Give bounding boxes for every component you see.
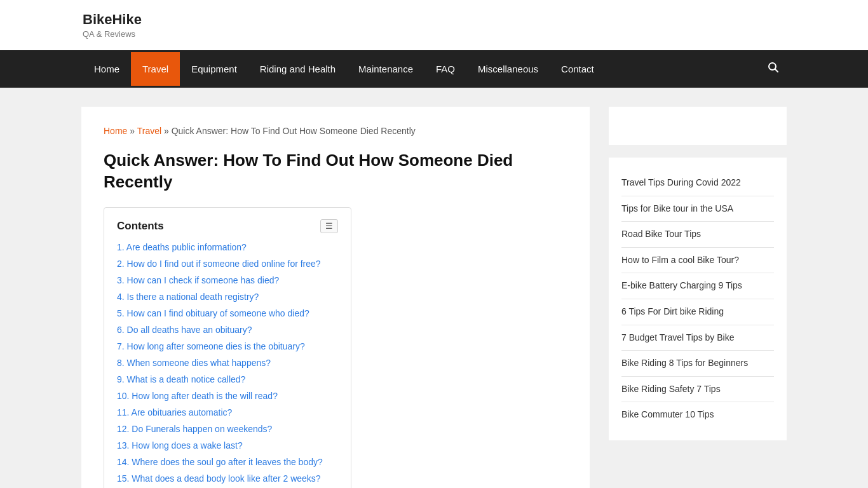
site-title[interactable]: BikeHike: [83, 11, 142, 27]
search-icon[interactable]: [761, 50, 785, 88]
page-title: Quick Answer: How To Find Out How Someon…: [104, 150, 567, 193]
svg-line-1: [775, 69, 778, 72]
sidebar-list-item: E-bike Battery Charging 9 Tips: [621, 273, 774, 299]
toc-link[interactable]: 1. Are deaths public information?: [117, 242, 247, 252]
nav-item-home[interactable]: Home: [83, 52, 131, 86]
toc-link[interactable]: 10. How long after death is the will rea…: [117, 391, 278, 401]
toc-item: 8. When someone dies what happens?: [117, 356, 338, 370]
main-nav: HomeTravelEquipmentRiding and HealthMain…: [0, 50, 868, 88]
sidebar-link[interactable]: How to Film a cool Bike Tour?: [621, 248, 774, 273]
sidebar-list-item: 7 Budget Travel Tips by Bike: [621, 325, 774, 351]
nav-item-miscellaneous[interactable]: Miscellaneous: [466, 52, 550, 86]
sidebar-link[interactable]: Bike Commuter 10 Tips: [621, 402, 774, 428]
toc-item: 10. How long after death is the will rea…: [117, 390, 338, 403]
toc-link[interactable]: 4. Is there a national death registry?: [117, 292, 259, 302]
main-container: Home » Travel » Quick Answer: How To Fin…: [75, 88, 793, 488]
sidebar-list-item: Road Bike Tour Tips: [621, 222, 774, 248]
breadcrumb-home[interactable]: Home: [104, 126, 127, 136]
toc-item: 6. Do all deaths have an obituary?: [117, 323, 338, 337]
sidebar: Travel Tips During Covid 2022Tips for Bi…: [609, 107, 787, 488]
sidebar-link[interactable]: Tips for Bike tour in the USA: [621, 196, 774, 222]
toc-item: 1. Are deaths public information?: [117, 241, 338, 254]
toc-item: 12. Do Funerals happen on weekends?: [117, 423, 338, 436]
sidebar-link[interactable]: 7 Budget Travel Tips by Bike: [621, 325, 774, 351]
toc-item: 3. How can I check if someone has died?: [117, 274, 338, 287]
content-area: Home » Travel » Quick Answer: How To Fin…: [81, 107, 590, 488]
toc-box: Contents ☰ 1. Are deaths public informat…: [104, 207, 351, 488]
toc-link[interactable]: 7. How long after someone dies is the ob…: [117, 341, 305, 351]
breadcrumb-travel[interactable]: Travel: [137, 126, 161, 136]
nav-item-travel[interactable]: Travel: [131, 52, 180, 86]
sidebar-links: Travel Tips During Covid 2022Tips for Bi…: [621, 170, 774, 428]
toc-link[interactable]: 15. What does a dead body look like afte…: [117, 473, 321, 484]
toc-item: 2. How do I find out if someone died onl…: [117, 257, 338, 271]
toc-item: 11. Are obituaries automatic?: [117, 406, 338, 419]
sidebar-list-item: How to Film a cool Bike Tour?: [621, 248, 774, 274]
breadcrumb-current: Quick Answer: How To Find Out How Someon…: [172, 126, 416, 136]
sidebar-list-item: 6 Tips For Dirt bike Riding: [621, 299, 774, 325]
toc-link[interactable]: 14. Where does the soul go after it leav…: [117, 457, 323, 467]
sidebar-list-item: Tips for Bike tour in the USA: [621, 196, 774, 222]
toc-link[interactable]: 13. How long does a wake last?: [117, 440, 243, 451]
nav-item-contact[interactable]: Contact: [550, 52, 606, 86]
toc-link[interactable]: 9. What is a death notice called?: [117, 374, 245, 384]
sidebar-list-item: Travel Tips During Covid 2022: [621, 170, 774, 196]
toc-link[interactable]: 6. Do all deaths have an obituary?: [117, 325, 252, 335]
toc-toggle-button[interactable]: ☰: [320, 219, 338, 233]
toc-item: 7. How long after someone dies is the ob…: [117, 340, 338, 353]
breadcrumb-sep2: »: [164, 126, 172, 136]
sidebar-search-box: [609, 107, 787, 145]
sidebar-list-item: Bike Commuter 10 Tips: [621, 402, 774, 428]
toc-list: 1. Are deaths public information?2. How …: [117, 241, 338, 488]
toc-item: 15. What does a dead body look like afte…: [117, 472, 338, 485]
toc-link[interactable]: 5. How can I find obituary of someone wh…: [117, 308, 309, 318]
nav-item-faq[interactable]: FAQ: [424, 52, 466, 86]
site-header: BikeHike QA & Reviews: [0, 0, 868, 50]
sidebar-list-item: Bike Riding Safety 7 Tips: [621, 377, 774, 403]
breadcrumb-sep1: »: [130, 126, 137, 136]
sidebar-link[interactable]: Road Bike Tour Tips: [621, 222, 774, 247]
sidebar-link[interactable]: Bike Riding Safety 7 Tips: [621, 377, 774, 402]
sidebar-link[interactable]: 6 Tips For Dirt bike Riding: [621, 299, 774, 325]
site-subtitle: QA & Reviews: [83, 29, 785, 39]
toc-item: 9. What is a death notice called?: [117, 373, 338, 386]
nav-item-maintenance[interactable]: Maintenance: [347, 52, 424, 86]
breadcrumb: Home » Travel » Quick Answer: How To Fin…: [104, 126, 567, 136]
toc-header: Contents ☰: [117, 219, 338, 233]
toc-item: 4. Is there a national death registry?: [117, 290, 338, 304]
sidebar-list-item: Bike Riding 8 Tips for Beginners: [621, 351, 774, 377]
toc-item: 14. Where does the soul go after it leav…: [117, 456, 338, 469]
sidebar-widget: Travel Tips During Covid 2022Tips for Bi…: [609, 158, 787, 440]
nav-item-riding-and-health[interactable]: Riding and Health: [248, 52, 347, 86]
sidebar-link[interactable]: Travel Tips During Covid 2022: [621, 170, 774, 196]
sidebar-link[interactable]: E-bike Battery Charging 9 Tips: [621, 273, 774, 299]
toc-link[interactable]: 12. Do Funerals happen on weekends?: [117, 424, 272, 434]
toc-link[interactable]: 11. Are obituaries automatic?: [117, 407, 232, 417]
toc-link[interactable]: 2. How do I find out if someone died onl…: [117, 259, 321, 269]
toc-title: Contents: [117, 220, 164, 233]
nav-items: HomeTravelEquipmentRiding and HealthMain…: [83, 52, 606, 86]
nav-item-equipment[interactable]: Equipment: [180, 52, 248, 86]
toc-link[interactable]: 3. How can I check if someone has died?: [117, 275, 279, 285]
toc-link[interactable]: 8. When someone dies what happens?: [117, 358, 271, 368]
sidebar-link[interactable]: Bike Riding 8 Tips for Beginners: [621, 351, 774, 376]
toc-item: 5. How can I find obituary of someone wh…: [117, 307, 338, 320]
toc-item: 13. How long does a wake last?: [117, 439, 338, 452]
